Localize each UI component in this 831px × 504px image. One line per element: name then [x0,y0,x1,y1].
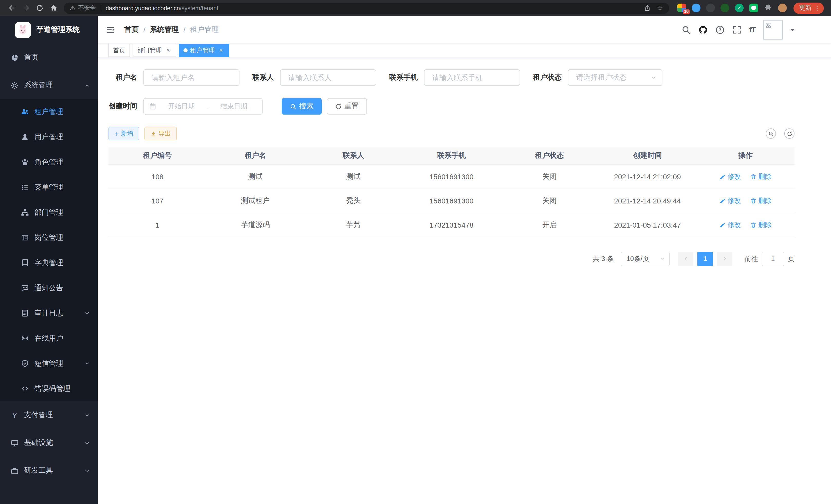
tag-dept[interactable]: 部门管理 × [133,44,176,57]
back-icon[interactable] [5,1,19,15]
chevron-down-icon [84,361,90,366]
extension-darkgreen-icon[interactable] [720,4,729,12]
update-button[interactable]: 更新 ⋮ [794,2,824,13]
delete-link[interactable]: 删除 [750,220,772,229]
extension-green-icon[interactable]: ✓ [735,4,744,12]
breadcrumb-system[interactable]: 系统管理 [150,25,179,34]
extension-blue-icon[interactable] [692,4,700,12]
edit-link[interactable]: 修改 [719,220,741,229]
tenant-status-select[interactable]: 请选择租户状态 [568,69,662,86]
site-security-chip[interactable]: 不安全 [70,4,96,12]
sidebar-item-menu[interactable]: 菜单管理 [0,175,98,200]
close-icon[interactable]: × [165,47,172,54]
contact-input[interactable] [280,69,376,86]
chevron-left-icon [683,256,688,262]
page-size-select[interactable]: 10条/页 [621,251,670,266]
table-row[interactable]: 1 芋道源码 芋艿 17321315478 开启 2021-01-05 17:0… [109,213,795,237]
sidebar-item-dept[interactable]: 部门管理 [0,200,98,225]
table-row[interactable]: 107 测试租户 秃头 15601691300 关闭 2021-12-14 20… [109,188,795,213]
reload-icon[interactable] [33,1,47,15]
trash-icon [750,173,756,180]
sidebar-item-error-code[interactable]: 错误码管理 [0,376,98,401]
sidebar-item-audit-log[interactable]: 审计日志 [0,301,98,326]
share-icon[interactable] [644,5,651,11]
home-icon[interactable] [47,1,61,15]
breadcrumb-current: 租户管理 [190,25,219,34]
sidebar-item-dict[interactable]: 字典管理 [0,250,98,275]
address-bar[interactable]: 不安全 dashboard.yudao.iocoder.cn /system/t… [64,2,669,13]
pagination: 共 3 条 10条/页 1 前往 页 [109,251,795,266]
reset-button[interactable]: 重置 [327,98,367,115]
edit-link[interactable]: 修改 [719,196,741,205]
sidebar-menu: 首页 系统管理 租户管理 用户管理 角色管理 [0,44,98,484]
content: 租户名 联系人 联系手机 租户状态 请选择租户状态 [98,58,831,504]
sidebar-item-online-user[interactable]: 在线用户 [0,326,98,351]
delete-link[interactable]: 删除 [750,172,772,181]
sidebar-item-tenant[interactable]: 租户管理 [0,99,98,124]
extensions-puzzle-icon[interactable] [764,4,772,12]
tag-home[interactable]: 首页 [109,44,130,57]
chevron-down-icon [84,412,90,418]
github-icon[interactable] [698,25,708,34]
caret-down-icon[interactable] [791,29,795,33]
navbar-actions: tT [682,20,795,39]
table-toolbar: + 新增 导出 [109,127,795,140]
sidebar-item-dev-tools[interactable]: 研发工具 [0,457,98,484]
list-icon [21,183,29,191]
user-icon [21,133,29,141]
user-avatar[interactable] [763,20,783,39]
sidebar-item-infra[interactable]: 基础设施 [0,429,98,457]
font-size-icon[interactable]: tT [749,25,755,34]
sidebar-item-payment[interactable]: ¥ 支付管理 [0,401,98,429]
sidebar-item-user[interactable]: 用户管理 [0,124,98,149]
phone-input[interactable] [424,69,520,86]
search-toggle-button[interactable] [766,128,776,139]
total-count: 共 3 条 [593,254,613,263]
dashboard-icon [11,54,19,61]
tag-tenant[interactable]: 租户管理 × [179,44,229,57]
goto-page-input[interactable] [762,251,784,266]
sidebar-item-home[interactable]: 首页 [0,44,98,71]
search-button[interactable]: 搜索 [282,98,322,115]
trash-icon [750,222,756,228]
app-title: 芋道管理系统 [36,25,80,34]
sidebar-toggle-button[interactable] [105,24,116,35]
edit-link[interactable]: 修改 [719,172,741,181]
extension-dark-icon[interactable] [706,4,715,12]
table-row[interactable]: 108 测试 测试 15601691300 关闭 2021-12-14 21:0… [109,165,795,188]
add-button[interactable]: + 新增 [109,127,139,140]
app-logo[interactable]: 芋道管理系统 [0,16,98,44]
sidebar-item-role[interactable]: 角色管理 [0,149,98,175]
prev-page-button[interactable] [678,251,693,266]
start-date-placeholder: 开始日期 [158,102,204,111]
export-button[interactable]: 导出 [144,127,177,140]
role-icon [21,158,29,166]
tenant-name-input[interactable] [143,69,239,86]
sidebar-item-post[interactable]: 岗位管理 [0,225,98,250]
help-icon[interactable] [715,25,725,34]
next-page-button[interactable] [717,251,732,266]
create-time-range-picker[interactable]: 开始日期 - 结束日期 [143,98,263,115]
calendar-icon [149,103,156,110]
sidebar-item-notice[interactable]: 通知公告 [0,275,98,301]
forward-icon[interactable] [19,1,33,15]
browser-menu-icon[interactable]: ⋮ [814,5,820,11]
fullscreen-icon[interactable] [732,25,742,34]
extension-pinned-icon[interactable]: 10 [677,4,686,12]
breadcrumb-home[interactable]: 首页 [124,25,139,34]
extension-chat-icon[interactable] [749,4,758,12]
header-search-icon[interactable] [682,25,691,34]
col-created: 创建时间 [598,147,696,165]
sidebar-item-system[interactable]: 系统管理 [0,71,98,99]
sidebar: 芋道管理系统 首页 系统管理 租户管理 用户管理 [0,16,98,504]
bookmark-star-icon[interactable]: ☆ [657,5,663,11]
tenant-table: 租户编号 租户名 联系人 联系手机 租户状态 创建时间 操作 108 测试 测试 [109,147,795,237]
page-number-button[interactable]: 1 [697,251,713,266]
delete-link[interactable]: 删除 [750,196,772,205]
sidebar-item-sms[interactable]: 短信管理 [0,351,98,376]
refresh-button[interactable] [784,128,795,139]
close-icon[interactable]: × [218,47,225,54]
refresh-icon [335,103,342,110]
browser-profile-avatar[interactable] [778,4,787,12]
breadcrumb-separator: / [143,25,145,34]
